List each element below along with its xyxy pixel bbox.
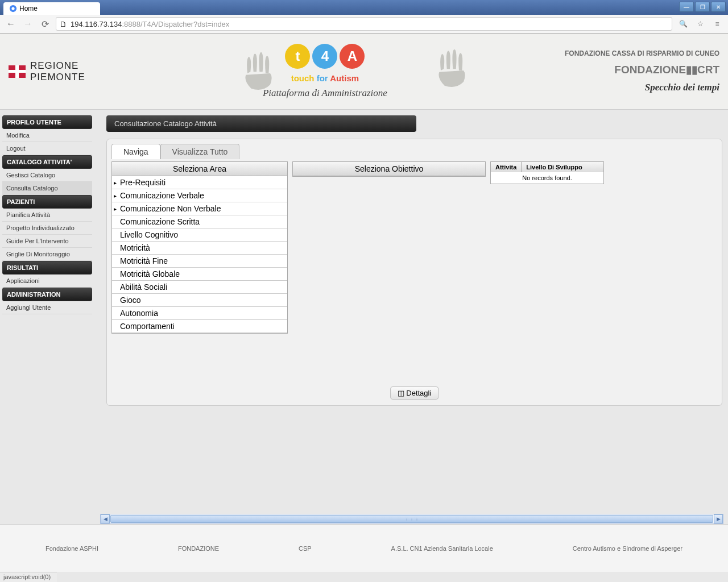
sidebar-item[interactable]: Consulta Catalogo <box>2 182 92 195</box>
sidebar-item[interactable]: Gestisci Catalogo <box>2 169 92 182</box>
tab-bar: Home — ❐ ✕ <box>0 0 728 15</box>
sidebar-item[interactable]: Progetto Individualizzato <box>2 222 92 235</box>
content-box: NavigaVisualizza Tutto Seleziona Area Pr… <box>106 139 722 406</box>
tab-visualizza-tutto[interactable]: Visualizza Tutto <box>160 144 240 159</box>
columns: Seleziona Area Pre-RequisitiComunicazion… <box>111 161 717 334</box>
area-item[interactable]: Comportamenti <box>112 320 287 333</box>
minimize-button[interactable]: — <box>679 2 694 12</box>
sidebar-item[interactable]: Pianifica Attività <box>2 209 92 222</box>
sidebar-item[interactable]: Modifica <box>2 129 92 142</box>
sidebar-item[interactable]: Logout <box>2 142 92 155</box>
nav-bar: ← → ⟳ 🗋 194.116.73.134:8888/T4A/Dispatch… <box>0 15 728 33</box>
area-column: Seleziona Area Pre-RequisitiComunicazion… <box>111 161 288 334</box>
dettagli-button[interactable]: ◫ Dettagli <box>390 386 439 400</box>
regione-line2: PIEMONTE <box>30 72 85 83</box>
menu-header: ADMINISTRATION <box>2 288 92 301</box>
area-item[interactable]: Comunicazione Scritta <box>112 215 287 228</box>
flag-icon <box>9 65 26 78</box>
no-records-text: No records found. <box>491 172 603 184</box>
main: PROFILO UTENTEModificaLogoutCATALOGO ATT… <box>0 110 728 513</box>
area-item[interactable]: Autonomia <box>112 307 287 320</box>
area-item[interactable]: Comunicazione Non Verbale <box>112 202 287 215</box>
logo-circle-a: A <box>340 44 365 69</box>
scroll-left-button[interactable]: ◀ <box>101 514 110 523</box>
back-button[interactable]: ← <box>5 18 17 30</box>
scroll-thumb[interactable]: ⋮⋮⋮ <box>110 515 713 523</box>
footer-logo: CSP <box>299 545 312 552</box>
area-item[interactable]: Motricità Fine <box>112 255 287 268</box>
browser-chrome: Home — ❐ ✕ ← → ⟳ 🗋 194.116.73.134:8888/T… <box>0 0 728 34</box>
obiettivo-column-header: Seleziona Obiettivo <box>293 162 485 176</box>
scroll-right-button[interactable]: ▶ <box>714 514 723 523</box>
t4a-tagline: touch for Autism <box>263 73 387 83</box>
logo-circle-t: t <box>285 44 310 69</box>
area-item[interactable]: Livello Cognitivo <box>112 228 287 242</box>
logo-circle-4: 4 <box>312 44 337 69</box>
tab-naviga[interactable]: Naviga <box>111 144 160 159</box>
area-item[interactable]: Pre-Requisiti <box>112 176 287 189</box>
sponsor-crt: FONDAZIONE▮▮CRT <box>614 63 719 76</box>
area-item[interactable]: Abilità Sociali <box>112 281 287 294</box>
zoom-icon[interactable]: 🔍 <box>677 18 689 30</box>
horizontal-scrollbar[interactable]: ◀ ⋮⋮⋮ ▶ <box>100 514 723 524</box>
sidebar-item[interactable]: Aggiungi Utente <box>2 301 92 314</box>
menu-icon[interactable]: ≡ <box>711 18 723 30</box>
url-bar[interactable]: 🗋 194.116.73.134:8888/T4A/Dispatcher?dst… <box>56 17 672 31</box>
results-table: AttivitaLivello Di Sviluppo No records f… <box>490 161 604 184</box>
menu-header: PAZIENTI <box>2 195 92 209</box>
sidebar-item[interactable]: Guide Per L'Intervento <box>2 235 92 248</box>
reload-button[interactable]: ⟳ <box>39 18 51 30</box>
sidebar-item[interactable]: Applicazioni <box>2 275 92 288</box>
url-host: 194.116.73.134 <box>71 20 122 28</box>
menu-header: RISULTATI <box>2 261 92 275</box>
footer-logo: Fondazione ASPHI <box>46 545 98 552</box>
footer-logo: FONDAZIONE <box>178 545 219 552</box>
area-item[interactable]: Comunicazione Verbale <box>112 189 287 202</box>
area-item[interactable]: Gioco <box>112 294 287 307</box>
content-tabs: NavigaVisualizza Tutto <box>111 144 717 159</box>
sidebar: PROFILO UTENTEModificaLogoutCATALOGO ATT… <box>2 115 92 513</box>
regione-logo: REGIONE PIEMONTE <box>9 60 85 83</box>
maximize-button[interactable]: ❐ <box>695 2 710 12</box>
footer: Fondazione ASPHIFONDAZIONECSPA.S.L. CN1 … <box>0 524 728 572</box>
panel-title: Consultazione Catalogo Attività <box>106 115 416 132</box>
url-path: :8888/T4A/Dispatcher?dst=index <box>122 20 229 28</box>
window-controls: — ❐ ✕ <box>679 2 726 12</box>
tab-title: Home <box>19 5 38 13</box>
table-column-header[interactable]: Attivita <box>491 162 522 172</box>
bookmark-icon[interactable]: ☆ <box>694 18 706 30</box>
header-sponsors: FONDAZIONE CASSA DI RISPARMIO DI CUNEO F… <box>565 49 719 93</box>
area-item[interactable]: Motricità <box>112 242 287 255</box>
sidebar-item[interactable]: Griglie Di Monitoraggio <box>2 248 92 261</box>
area-column-header: Seleziona Area <box>112 162 287 176</box>
t4a-logo: t 4 A touch for Autism Piattaforma di Am… <box>263 44 387 99</box>
close-window-button[interactable]: ✕ <box>711 2 726 12</box>
area-list: Pre-RequisitiComunicazione VerbaleComuni… <box>112 176 287 333</box>
page-icon: 🗋 <box>60 20 67 28</box>
results-column: AttivitaLivello Di Sviluppo No records f… <box>490 161 604 184</box>
sponsor-cuneo: FONDAZIONE CASSA DI RISPARMIO DI CUNEO <box>565 49 719 57</box>
svg-point-1 <box>11 7 14 10</box>
content: Consultazione Catalogo Attività NavigaVi… <box>92 115 728 513</box>
status-bar: javascript:void(0) <box>0 572 57 582</box>
page-header: REGIONE PIEMONTE t 4 A touch for Autism … <box>0 34 728 110</box>
table-column-header[interactable]: Livello Di Sviluppo <box>522 162 586 172</box>
browser-tab[interactable]: Home <box>3 2 100 15</box>
forward-button[interactable]: → <box>22 18 34 30</box>
handprint-icon <box>432 48 472 93</box>
handprint-icon <box>239 51 279 96</box>
footer-logo: A.S.L. CN1 Azienda Sanitaria Locale <box>391 545 493 552</box>
regione-line1: REGIONE <box>30 60 85 72</box>
subtitle: Piattaforma di Amministrazione <box>263 88 387 99</box>
obiettivo-column: Seleziona Obiettivo <box>292 161 486 177</box>
area-item[interactable]: Motricità Globale <box>112 268 287 281</box>
menu-header: CATALOGO ATTIVITA' <box>2 155 92 169</box>
table-head: AttivitaLivello Di Sviluppo <box>491 162 603 172</box>
menu-header: PROFILO UTENTE <box>2 115 92 129</box>
footer-logo: Centro Autismo e Sindrome di Asperger <box>573 545 682 552</box>
favicon-icon <box>9 5 17 13</box>
sponsor-specchio: Specchio dei tempi <box>645 82 719 93</box>
